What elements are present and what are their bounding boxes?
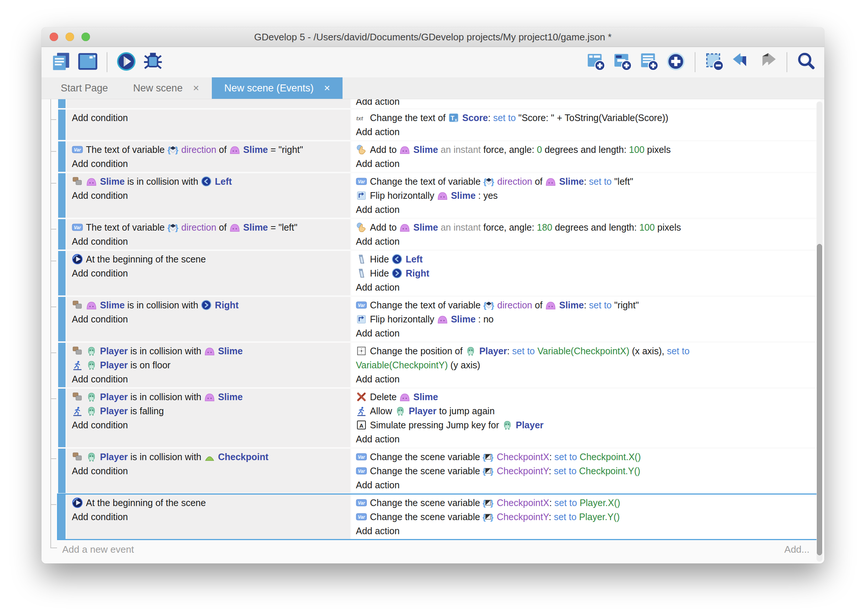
conditions-cell[interactable]: Add condition — [67, 110, 350, 140]
close-button[interactable] — [50, 33, 58, 41]
action-line[interactable]: Hide Right — [356, 266, 816, 280]
action-line[interactable]: Hide Left — [356, 252, 816, 266]
actions-cell[interactable]: Change the position of Player: set to Va… — [351, 343, 821, 387]
add-condition-button[interactable]: Add condition — [72, 510, 345, 524]
zoom-button[interactable] — [82, 33, 90, 41]
actions-cell[interactable]: Add action — [351, 99, 821, 108]
condition-line[interactable]: Player is in collision with Slime — [72, 390, 345, 404]
scene-editor-button[interactable] — [77, 52, 99, 73]
actions-cell[interactable]: VarChange the scene variable {}Checkpoin… — [351, 495, 821, 539]
delete-event-button[interactable] — [704, 52, 725, 73]
add-condition-button[interactable]: Add condition — [72, 189, 345, 203]
actions-cell[interactable]: txtChange the text of TxScore: set to "S… — [351, 110, 821, 140]
action-line[interactable]: VarChange the text of variable {}directi… — [356, 174, 816, 189]
conditions-cell[interactable] — [67, 99, 350, 108]
condition-line[interactable]: Slime is in collision with Right — [72, 298, 345, 312]
actions-cell[interactable]: VarChange the text of variable {}directi… — [351, 173, 821, 218]
actions-cell[interactable]: Delete SlimeAllow Player to jump againAS… — [351, 389, 821, 447]
title-bar[interactable]: GDevelop 5 - /Users/david/Documents/GDev… — [41, 27, 824, 47]
add-action-button[interactable]: Add action — [356, 372, 816, 386]
condition-line[interactable]: Player is on floor — [72, 358, 345, 372]
action-line[interactable]: Variable(CheckpointY) (y axis) — [356, 358, 816, 372]
event-handle-bar[interactable] — [58, 173, 66, 218]
add-action-button[interactable]: Add action — [356, 478, 816, 492]
add-comment-button[interactable] — [638, 52, 660, 73]
tab-new-scene-events-[interactable]: New scene (Events)× — [212, 77, 343, 99]
action-line[interactable]: VarChange the scene variable {}Checkpoin… — [356, 496, 816, 510]
event-row[interactable]: Player is in collision with SlimePlayer … — [53, 389, 821, 447]
condition-line[interactable]: Slime is in collision with Left — [72, 174, 345, 189]
conditions-cell[interactable]: Player is in collision with CheckpointAd… — [67, 449, 350, 493]
event-row[interactable]: Slime is in collision with RightAdd cond… — [53, 297, 821, 341]
conditions-cell[interactable]: Player is in collision with SlimePlayer … — [67, 389, 350, 447]
condition-line[interactable]: At the beginning of the scene — [72, 496, 345, 510]
action-line[interactable]: VarChange the scene variable {}Checkpoin… — [356, 450, 816, 464]
add-new-event-button[interactable]: Add a new event — [62, 544, 134, 555]
add-button[interactable]: Add... — [784, 544, 810, 555]
scrollbar-thumb[interactable] — [817, 244, 822, 555]
add-condition-button[interactable]: Add condition — [72, 157, 345, 171]
add-action-button[interactable]: Add action — [356, 157, 816, 171]
action-line[interactable]: ASimulate pressing Jump key for Player — [356, 418, 816, 432]
event-row[interactable]: Player is in collision with CheckpointAd… — [53, 449, 821, 493]
add-action-button[interactable]: Add action — [356, 326, 816, 340]
action-line[interactable]: Delete Slime — [356, 390, 816, 404]
action-line[interactable]: VarChange the text of variable {}directi… — [356, 298, 816, 312]
event-row[interactable]: Add conditiontxtChange the text of TxSco… — [53, 110, 821, 140]
redo-button[interactable] — [757, 52, 778, 73]
condition-line[interactable]: VarThe text of variable {}direction of S… — [72, 143, 345, 157]
add-condition-button[interactable]: Add condition — [72, 464, 345, 478]
action-line[interactable]: VarChange the scene variable {}Checkpoin… — [356, 464, 816, 478]
event-row[interactable]: VarThe text of variable {}direction of S… — [53, 219, 821, 250]
actions-cell[interactable]: VarChange the text of variable {}directi… — [351, 297, 821, 341]
add-action-button[interactable]: Add action — [356, 280, 816, 294]
add-action-button[interactable]: Add action — [356, 524, 816, 538]
action-line[interactable]: Flip horizontally Slime : yes — [356, 189, 816, 203]
tab-start-page[interactable]: Start Page — [48, 77, 121, 99]
tab-close-icon[interactable]: × — [193, 82, 199, 94]
debugger-button[interactable] — [142, 52, 164, 73]
vertical-scrollbar[interactable] — [816, 101, 822, 562]
add-event-button[interactable] — [585, 52, 607, 73]
conditions-cell[interactable]: Slime is in collision with LeftAdd condi… — [67, 173, 350, 218]
add-condition-button[interactable]: Add condition — [72, 111, 345, 125]
event-handle-bar[interactable] — [58, 297, 66, 341]
project-manager-button[interactable] — [50, 52, 72, 73]
event-handle-bar[interactable] — [58, 251, 66, 295]
add-condition-button[interactable]: Add condition — [72, 372, 345, 386]
add-condition-button[interactable]: Add condition — [72, 312, 345, 326]
add-action-button[interactable]: Add action — [356, 125, 816, 139]
conditions-cell[interactable]: Player is in collision with SlimePlayer … — [67, 343, 350, 387]
add-condition-button[interactable]: Add condition — [72, 418, 345, 432]
play-button[interactable] — [116, 52, 137, 73]
conditions-cell[interactable]: At the beginning of the sceneAdd conditi… — [67, 251, 350, 295]
tab-close-icon[interactable]: × — [324, 82, 330, 94]
action-line[interactable]: Flip horizontally Slime : no — [356, 312, 816, 326]
actions-cell[interactable]: Add to Slime an instant force, angle: 0 … — [351, 141, 821, 172]
condition-line[interactable]: Player is in collision with Slime — [72, 344, 345, 358]
conditions-cell[interactable]: Slime is in collision with RightAdd cond… — [67, 297, 350, 341]
search-button[interactable] — [796, 52, 817, 73]
condition-line[interactable]: At the beginning of the scene — [72, 252, 345, 266]
undo-button[interactable] — [730, 52, 752, 73]
action-line[interactable]: Add to Slime an instant force, angle: 18… — [356, 220, 816, 234]
action-line[interactable]: txtChange the text of TxScore: set to "S… — [356, 111, 816, 125]
condition-line[interactable]: Player is in collision with Checkpoint — [72, 450, 345, 464]
event-row[interactable]: At the beginning of the sceneAdd conditi… — [53, 495, 821, 539]
action-line[interactable]: Add to Slime an instant force, angle: 0 … — [356, 143, 816, 157]
event-handle-bar[interactable] — [58, 449, 66, 493]
add-action-button[interactable]: Add action — [356, 99, 816, 108]
add-action-button[interactable]: Add action — [356, 234, 816, 248]
event-handle-bar[interactable] — [58, 343, 66, 387]
minimize-button[interactable] — [66, 33, 74, 41]
conditions-cell[interactable]: VarThe text of variable {}direction of S… — [67, 219, 350, 250]
event-handle-bar[interactable] — [58, 141, 66, 172]
conditions-cell[interactable]: At the beginning of the sceneAdd conditi… — [67, 495, 350, 539]
event-row[interactable]: VarThe text of variable {}direction of S… — [53, 141, 821, 172]
event-handle-bar[interactable] — [58, 99, 66, 108]
actions-cell[interactable]: Hide LeftHide RightAdd action — [351, 251, 821, 295]
event-handle-bar[interactable] — [58, 389, 66, 447]
actions-cell[interactable]: VarChange the scene variable {}Checkpoin… — [351, 449, 821, 493]
tab-new-scene[interactable]: New scene× — [121, 77, 212, 99]
add-condition-button[interactable]: Add condition — [72, 266, 345, 280]
